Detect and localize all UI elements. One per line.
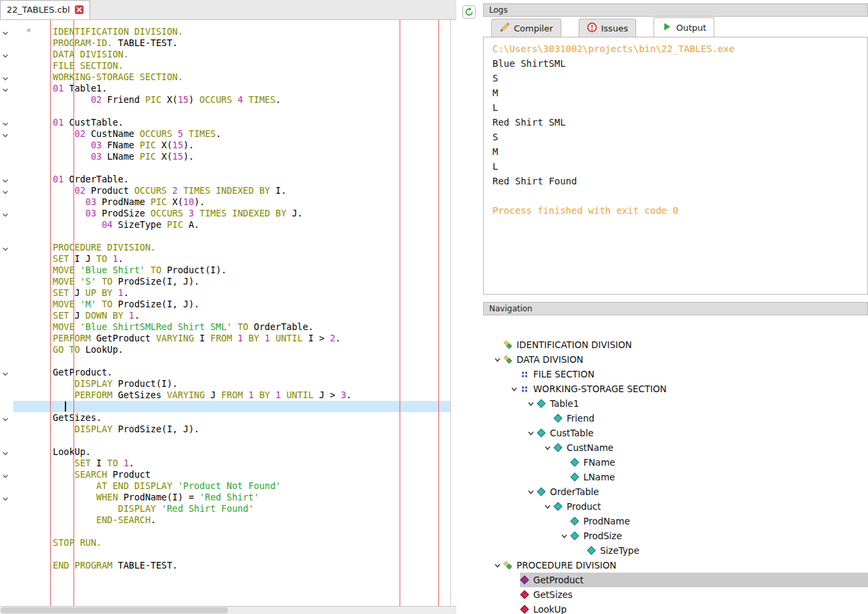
fold-chevron-icon[interactable] xyxy=(1,493,11,502)
code-line[interactable] xyxy=(13,526,450,537)
code-line[interactable]: MOVE 'Blue Shirt' TO Product(I). xyxy=(13,265,450,276)
log-tab-output[interactable]: Output xyxy=(654,17,714,37)
tree-item-prodsize[interactable]: ProdSize xyxy=(483,528,868,543)
code-line[interactable]: 03 ProdName PIC X(10). xyxy=(13,196,450,208)
code-line[interactable]: 03 LName PIC X(15). xyxy=(13,151,450,162)
code-line[interactable]: END PROGRAM TABLE-TEST. xyxy=(13,560,450,571)
expander-icon[interactable] xyxy=(558,531,570,541)
code-line[interactable] xyxy=(13,355,450,367)
tree-item-custtable[interactable]: CustTable xyxy=(483,426,868,440)
tree-item-working-storage-section[interactable]: WORKING-STORAGE SECTION xyxy=(483,381,868,396)
log-tab-issues[interactable]: Issues xyxy=(579,19,636,37)
fold-chevron-icon[interactable] xyxy=(1,186,11,196)
code-line[interactable]: MOVE 'S' TO ProdSize(I, J). xyxy=(13,276,450,287)
code-line[interactable]: PROCEDURE DIVISION. xyxy=(13,242,450,253)
tree-item-custname[interactable]: CustName xyxy=(483,440,868,455)
code-line[interactable]: 03 ProdSize OCCURS 3 TIMES INDEXED BY J. xyxy=(13,208,450,219)
code-line[interactable]: PROGRAM-ID. TABLE-TEST. xyxy=(13,37,450,49)
fold-chevron-icon[interactable] xyxy=(1,243,11,253)
fold-chevron-icon[interactable] xyxy=(1,84,11,94)
fold-chevron-icon[interactable] xyxy=(1,414,11,423)
expander-icon[interactable] xyxy=(525,399,537,408)
code-line[interactable] xyxy=(13,162,450,174)
tree-item-product[interactable]: Product xyxy=(483,499,868,514)
fold-chevron-icon[interactable] xyxy=(1,470,11,480)
code-line[interactable]: DISPLAY 'Red Shirt Found' xyxy=(13,503,450,514)
code-line[interactable]: IDENTIFICATION DIVISION. xyxy=(13,26,450,37)
tree-item-fname[interactable]: FName xyxy=(483,455,868,470)
log-tab-compiler[interactable]: Compiler xyxy=(491,19,561,37)
code-line[interactable]: GetProduct. xyxy=(13,367,450,378)
code-line[interactable]: DATA DIVISION. xyxy=(13,49,450,60)
code-editor[interactable]: * IDENTIFICATION DIVISION.PROGRAM-ID. TA… xyxy=(0,20,451,606)
code-line[interactable]: 02 CustName OCCURS 5 TIMES. xyxy=(13,128,450,140)
tree-item-procedure-division[interactable]: PROCEDURE DIVISION xyxy=(483,558,868,573)
expander-icon[interactable] xyxy=(508,384,520,394)
scrollbar-thumb[interactable] xyxy=(1,607,228,613)
horizontal-scrollbar[interactable] xyxy=(0,606,456,614)
code-line[interactable] xyxy=(13,435,450,446)
fold-chevron-icon[interactable] xyxy=(1,448,11,457)
code-line[interactable] xyxy=(13,231,450,242)
code-line[interactable]: MOVE 'M' TO ProdSize(I, J). xyxy=(13,299,450,310)
code-line[interactable]: PERFORM GetProduct VARYING I FROM 1 BY 1… xyxy=(13,333,450,344)
tree-item-lookup[interactable]: LookUp xyxy=(483,602,868,614)
tree-item-file-section[interactable]: FILE SECTION xyxy=(483,367,868,381)
code-line[interactable] xyxy=(13,106,450,117)
code-line[interactable]: DISPLAY ProdSize(I, J). xyxy=(13,424,450,435)
code-line[interactable]: SET J DOWN BY 1. xyxy=(13,310,450,321)
code-line[interactable]: DISPLAY Product(I). xyxy=(13,378,450,390)
code-line[interactable]: SET I J TO 1. xyxy=(13,253,450,265)
code-line[interactable]: SEARCH Product xyxy=(13,469,450,480)
code-line[interactable]: WORKING-STORAGE SECTION. xyxy=(13,71,450,83)
fold-chevron-icon[interactable] xyxy=(1,209,11,218)
tree-item-identification-division[interactable]: IDENTIFICATION DIVISION xyxy=(483,337,868,352)
code-line[interactable]: LookUp. xyxy=(13,446,450,458)
code-line[interactable]: 01 CustTable. xyxy=(13,117,450,128)
code-line[interactable]: 01 Table1. xyxy=(13,83,450,94)
tab-close-icon[interactable] xyxy=(75,5,84,14)
tree-item-ordertable[interactable]: OrderTable xyxy=(483,484,868,499)
tree-item-getsizes[interactable]: GetSizes xyxy=(483,587,868,602)
fold-chevron-icon[interactable] xyxy=(1,130,11,139)
file-tab[interactable]: 22_TABLES.cbl xyxy=(0,0,90,19)
refresh-icon[interactable] xyxy=(462,5,476,19)
tree-item-table1[interactable]: Table1 xyxy=(483,396,868,411)
tree-item-getproduct[interactable]: GetProduct xyxy=(483,573,868,587)
code-line[interactable]: END-SEARCH. xyxy=(13,514,450,526)
code-line[interactable]: GetSizes. xyxy=(13,412,450,424)
tree-item-prodname[interactable]: ProdName xyxy=(483,514,868,528)
expander-icon[interactable] xyxy=(491,355,503,364)
output-console[interactable]: C:\Users\3031002\projects\bin\22_TABLES.… xyxy=(483,37,868,295)
tree-item-friend[interactable]: Friend xyxy=(483,411,868,426)
fold-chevron-icon[interactable] xyxy=(1,118,11,128)
tree-item-data-division[interactable]: DATA DIVISION xyxy=(483,352,868,367)
code-line[interactable]: PERFORM GetSizes VARYING J FROM 1 BY 1 U… xyxy=(13,390,450,401)
expander-icon[interactable] xyxy=(525,428,537,438)
code-line[interactable]: AT END DISPLAY 'Product Not Found' xyxy=(13,480,450,492)
fold-chevron-icon[interactable] xyxy=(1,27,11,37)
fold-chevron-icon[interactable] xyxy=(1,73,11,82)
code-line[interactable]: FILE SECTION. xyxy=(13,60,450,71)
code-line[interactable]: 01 OrderTable. xyxy=(13,174,450,185)
fold-chevron-icon[interactable] xyxy=(1,368,11,377)
expander-icon[interactable] xyxy=(541,502,553,511)
code-line[interactable]: STOP RUN. xyxy=(13,537,450,549)
expander-icon[interactable] xyxy=(491,561,503,570)
fold-chevron-icon[interactable] xyxy=(1,175,11,184)
code-line[interactable]: 03 FName PIC X(15). xyxy=(13,140,450,151)
tree-item-sizetype[interactable]: SizeType xyxy=(483,543,868,558)
fold-chevron-icon[interactable] xyxy=(1,50,11,59)
code-line[interactable] xyxy=(13,549,450,560)
code-line[interactable]: 02 Friend PIC X(15) OCCURS 4 TIMES. xyxy=(13,94,450,106)
code-line[interactable]: GO TO LookUp. xyxy=(13,344,450,355)
expander-icon[interactable] xyxy=(525,487,537,496)
code-line[interactable]: 04 SizeType PIC A. xyxy=(13,219,450,231)
code-line[interactable] xyxy=(13,401,450,412)
code-line[interactable]: 02 Product OCCURS 2 TIMES INDEXED BY I. xyxy=(13,185,450,196)
code-line[interactable]: SET J UP BY 1. xyxy=(13,287,450,299)
code-line[interactable]: WHEN ProdName(I) = 'Red Shirt' xyxy=(13,492,450,503)
expander-icon[interactable] xyxy=(541,443,553,452)
code-line[interactable]: MOVE 'Blue ShirtSMLRed Shirt SML' TO Ord… xyxy=(13,321,450,333)
tree-item-lname[interactable]: LName xyxy=(483,470,868,484)
